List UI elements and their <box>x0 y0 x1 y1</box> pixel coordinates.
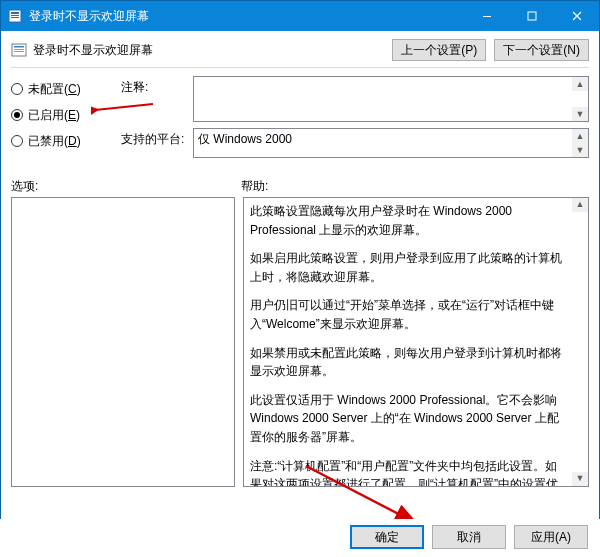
next-setting-button[interactable]: 下一个设置(N) <box>494 39 589 61</box>
radio-label: 未配置(C) <box>28 81 81 98</box>
lower-boxes: 此策略设置隐藏每次用户登录时在 Windows 2000 Professiona… <box>11 197 589 487</box>
fields-column: 注释: ▲ ▼ 支持的平台: 仅 Windows 2000 ▲ ▼ <box>121 76 589 164</box>
policy-caption: 登录时不显示欢迎屏幕 <box>33 42 392 59</box>
radio-dot-icon <box>11 83 23 95</box>
help-paragraph: 注意:“计算机配置”和“用户配置”文件夹中均包括此设置。如果对这两项设置都进行了… <box>250 457 568 487</box>
help-paragraph: 用户仍旧可以通过“开始”菜单选择，或在“运行”对话框中键入“Welcome”来显… <box>250 296 568 333</box>
scroll-up-icon[interactable]: ▲ <box>572 77 588 91</box>
app-icon <box>7 8 23 24</box>
scrollbar[interactable]: ▲ ▼ <box>572 198 588 486</box>
scroll-down-icon[interactable]: ▼ <box>572 472 588 486</box>
help-box[interactable]: 此策略设置隐藏每次用户登录时在 Windows 2000 Professiona… <box>243 197 589 487</box>
options-box <box>11 197 235 487</box>
scrollbar[interactable]: ▲ ▼ <box>572 77 588 121</box>
comment-textarea[interactable]: ▲ ▼ <box>193 76 589 122</box>
svg-rect-1 <box>11 12 19 14</box>
client-area: 登录时不显示欢迎屏幕 上一个设置(P) 下一个设置(N) 未配置(C) 已启用(… <box>1 31 599 487</box>
help-paragraph: 此设置仅适用于 Windows 2000 Professional。它不会影响 … <box>250 391 568 447</box>
help-paragraph: 如果启用此策略设置，则用户登录到应用了此策略的计算机上时，将隐藏欢迎屏幕。 <box>250 249 568 286</box>
header-row: 登录时不显示欢迎屏幕 上一个设置(P) 下一个设置(N) <box>11 39 589 61</box>
comment-label: 注释: <box>121 76 193 122</box>
minimize-button[interactable] <box>464 1 509 31</box>
platform-value: 仅 Windows 2000 <box>198 131 292 148</box>
radio-column: 未配置(C) 已启用(E) 已禁用(D) <box>11 76 121 164</box>
scroll-up-icon[interactable]: ▲ <box>572 129 588 143</box>
svg-rect-5 <box>528 12 536 20</box>
apply-button[interactable]: 应用(A) <box>514 525 588 549</box>
radio-not-configured[interactable]: 未配置(C) <box>11 78 121 100</box>
svg-rect-8 <box>14 49 24 50</box>
radio-dot-icon <box>11 109 23 121</box>
platform-label: 支持的平台: <box>121 128 193 158</box>
radio-enabled[interactable]: 已启用(E) <box>11 104 121 126</box>
cancel-button[interactable]: 取消 <box>432 525 506 549</box>
radio-label: 已启用(E) <box>28 107 80 124</box>
ok-button[interactable]: 确定 <box>350 525 424 549</box>
radio-dot-icon <box>11 135 23 147</box>
radio-label: 已禁用(D) <box>28 133 81 150</box>
footer: 确定 取消 应用(A) <box>0 519 600 557</box>
supported-platform-box: 仅 Windows 2000 ▲ ▼ <box>193 128 589 158</box>
scroll-down-icon[interactable]: ▼ <box>572 143 588 157</box>
svg-rect-7 <box>14 46 24 48</box>
title-bar: 登录时不显示欢迎屏幕 <box>1 1 599 31</box>
svg-rect-4 <box>483 16 491 17</box>
separator <box>11 67 589 68</box>
config-row: 未配置(C) 已启用(E) 已禁用(D) 注释: ▲ <box>11 76 589 164</box>
scrollbar[interactable]: ▲ ▼ <box>572 129 588 157</box>
svg-rect-9 <box>14 51 24 52</box>
lower-labels: 选项: 帮助: <box>11 178 589 195</box>
scroll-down-icon[interactable]: ▼ <box>572 107 588 121</box>
help-paragraph: 此策略设置隐藏每次用户登录时在 Windows 2000 Professiona… <box>250 202 568 239</box>
policy-icon <box>11 42 27 58</box>
window-title: 登录时不显示欢迎屏幕 <box>29 8 464 25</box>
previous-setting-button[interactable]: 上一个设置(P) <box>392 39 486 61</box>
options-label: 选项: <box>11 178 241 195</box>
svg-rect-2 <box>11 15 19 16</box>
help-paragraph: 如果禁用或未配置此策略，则每次用户登录到计算机时都将显示欢迎屏幕。 <box>250 344 568 381</box>
svg-rect-3 <box>11 17 19 18</box>
radio-disabled[interactable]: 已禁用(D) <box>11 130 121 152</box>
scroll-up-icon[interactable]: ▲ <box>572 198 588 212</box>
maximize-button[interactable] <box>509 1 554 31</box>
window-buttons <box>464 1 599 31</box>
help-label: 帮助: <box>241 178 268 195</box>
close-button[interactable] <box>554 1 599 31</box>
